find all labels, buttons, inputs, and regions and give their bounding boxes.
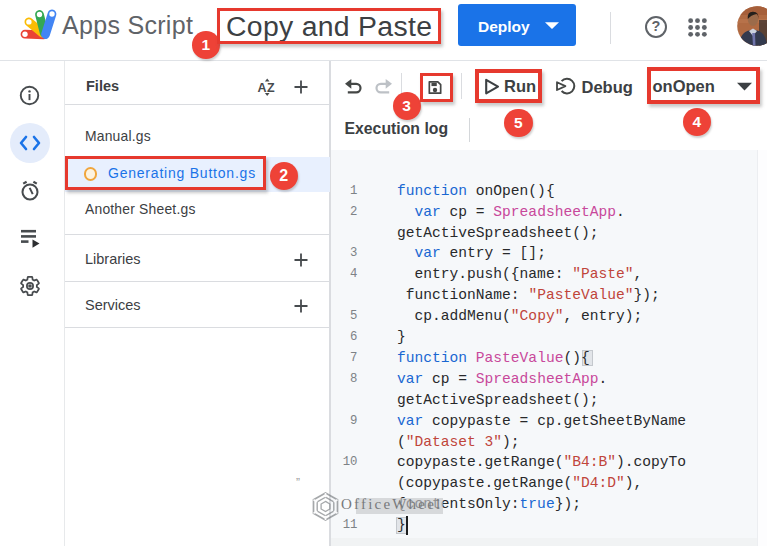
svg-text:Z: Z: [267, 81, 275, 95]
svg-text:A: A: [258, 81, 267, 95]
